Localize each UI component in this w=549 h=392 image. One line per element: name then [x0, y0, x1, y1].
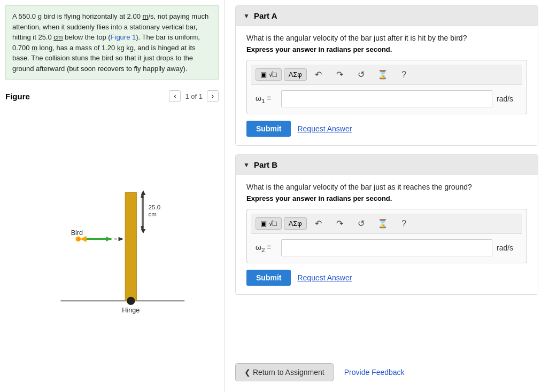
part-a-title: Part A	[254, 11, 277, 20]
part-b-body: What is the angular velocity of the bar …	[236, 175, 538, 294]
part-b-unit: rad/s	[497, 244, 518, 252]
part-a-instruction: Express your answer in radians per secon…	[246, 45, 527, 53]
part-a-formula-button[interactable]: ▣ √□	[256, 68, 282, 81]
formula-icon: ▣	[260, 70, 267, 79]
part-a-question: What is the angular velocity of the bar …	[246, 34, 527, 42]
part-b-answer-box: ▣ √□ ΑΣφ ↶ ↷ ↺ ⌛ ? ω2 = rad/s	[246, 209, 527, 263]
formula-icon-b: ▣	[260, 219, 267, 228]
part-a-body: What is the angular velocity of the bar …	[236, 26, 538, 145]
part-b-formula-button[interactable]: ▣ √□	[256, 217, 282, 230]
part-b-toolbar: ▣ √□ ΑΣφ ↶ ↷ ↺ ⌛ ?	[251, 214, 522, 234]
part-b-refresh-button[interactable]: ↺	[352, 217, 371, 230]
part-a-refresh-button[interactable]: ↺	[352, 68, 371, 81]
figure-link[interactable]: Figure 1	[111, 33, 136, 41]
part-a-section: ▼ Part A What is the angular velocity of…	[235, 5, 538, 146]
svg-text:Hinge: Hinge	[122, 306, 140, 313]
part-b-keyboard-button[interactable]: ⌛	[373, 217, 392, 230]
figure-title: Figure	[5, 92, 30, 101]
part-b-input-row: ω2 = rad/s	[251, 237, 522, 258]
svg-marker-15	[106, 236, 111, 241]
part-b-instruction: Express your answer in radians per secon…	[246, 194, 527, 202]
part-a-input[interactable]	[281, 90, 492, 107]
part-a-input-row: ω1 = rad/s	[251, 88, 522, 109]
part-b-action-row: Submit Request Answer	[246, 270, 527, 286]
part-b-question: What is the angular velocity of the bar …	[246, 183, 527, 191]
figure-nav: ‹ 1 of 1 ›	[169, 90, 219, 102]
part-a-action-row: Submit Request Answer	[246, 121, 527, 137]
part-b-help-button[interactable]: ?	[395, 217, 414, 230]
part-b-collapse-icon[interactable]: ▼	[243, 161, 250, 169]
figure-area: Figure ‹ 1 of 1 › Hinge 25.0	[0, 85, 224, 392]
right-panel: ▼ Part A What is the angular velocity of…	[225, 0, 549, 392]
figure-prev-button[interactable]: ‹	[169, 90, 181, 102]
svg-marker-13	[80, 236, 87, 242]
part-a-collapse-icon[interactable]: ▼	[243, 12, 250, 20]
part-a-redo-button[interactable]: ↷	[330, 68, 350, 81]
part-b-redo-button[interactable]: ↷	[330, 217, 350, 230]
figure-canvas: Hinge 25.0 cm	[5, 106, 219, 387]
part-a-help-button[interactable]: ?	[395, 68, 414, 81]
problem-text: A 550.0 g bird is flying horizontally at…	[5, 5, 219, 80]
part-b-greek-button[interactable]: ΑΣφ	[284, 217, 307, 230]
part-b-title: Part B	[254, 160, 277, 169]
svg-marker-12	[118, 237, 123, 241]
part-b-submit-button[interactable]: Submit	[246, 270, 291, 286]
part-b-section: ▼ Part B What is the angular velocity of…	[235, 154, 538, 295]
figure-next-button[interactable]: ›	[207, 90, 219, 102]
part-a-undo-button[interactable]: ↶	[309, 68, 328, 81]
svg-point-2	[127, 296, 135, 304]
part-a-request-answer-button[interactable]: Request Answer	[297, 124, 352, 133]
svg-text:25.0: 25.0	[148, 203, 160, 210]
left-panel: A 550.0 g bird is flying horizontally at…	[0, 0, 225, 392]
part-b-input[interactable]	[281, 239, 492, 256]
part-b-input-label: ω2 =	[256, 243, 277, 253]
part-a-header: ▼ Part A	[236, 6, 538, 26]
svg-rect-1	[125, 192, 136, 301]
svg-text:cm: cm	[148, 211, 156, 217]
figure-diagram: Hinge 25.0 cm	[32, 172, 192, 322]
part-a-keyboard-button[interactable]: ⌛	[373, 68, 392, 81]
part-b-header: ▼ Part B	[236, 155, 538, 175]
part-a-submit-button[interactable]: Submit	[246, 121, 291, 137]
part-a-toolbar: ▣ √□ ΑΣφ ↶ ↷ ↺ ⌛ ?	[251, 65, 522, 85]
bottom-bar: ❮ Return to Assignment Provide Feedback	[235, 358, 538, 381]
part-a-answer-box: ▣ √□ ΑΣφ ↶ ↷ ↺ ⌛ ? ω1 = rad/s	[246, 60, 527, 114]
provide-feedback-link[interactable]: Provide Feedback	[344, 368, 405, 377]
figure-header: Figure ‹ 1 of 1 ›	[5, 90, 219, 102]
svg-text:Bird: Bird	[71, 229, 82, 236]
part-a-input-label: ω1 =	[256, 94, 277, 104]
figure-page: 1 of 1	[185, 92, 203, 100]
return-to-assignment-button[interactable]: ❮ Return to Assignment	[235, 363, 334, 381]
part-b-request-answer-button[interactable]: Request Answer	[297, 273, 352, 282]
part-b-undo-button[interactable]: ↶	[309, 217, 328, 230]
part-a-unit: rad/s	[497, 95, 518, 103]
part-a-greek-button[interactable]: ΑΣφ	[284, 68, 307, 81]
